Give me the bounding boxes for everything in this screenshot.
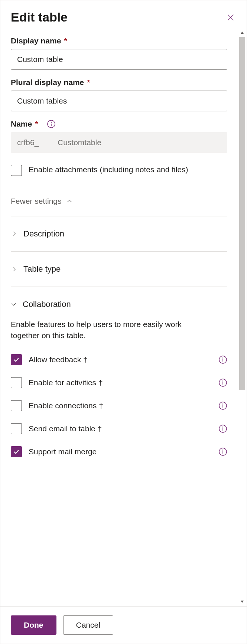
collaboration-description: Enable features to help users to more ea… bbox=[11, 319, 185, 341]
info-icon[interactable] bbox=[218, 378, 227, 387]
collaboration-item-label: Allow feedback † bbox=[29, 355, 206, 364]
svg-point-9 bbox=[223, 427, 223, 427]
collaboration-list: Allow feedback †Enable for activities †E… bbox=[11, 348, 227, 463]
chevron-right-icon bbox=[12, 266, 17, 272]
check-icon bbox=[13, 356, 20, 363]
panel-footer: Done Cancel bbox=[0, 606, 247, 644]
required-asterisk: * bbox=[64, 36, 67, 45]
done-button[interactable]: Done bbox=[11, 615, 56, 635]
info-icon[interactable] bbox=[218, 355, 227, 364]
collaboration-item-label: Enable connections † bbox=[29, 401, 206, 410]
display-name-label: Display name * bbox=[11, 36, 227, 45]
scroll-thumb[interactable] bbox=[239, 37, 245, 390]
cancel-button[interactable]: Cancel bbox=[63, 615, 113, 635]
scroll-track[interactable] bbox=[238, 37, 247, 597]
check-icon bbox=[13, 448, 20, 455]
chevron-right-icon bbox=[12, 231, 17, 237]
collaboration-item-label: Enable for activities † bbox=[29, 378, 206, 387]
collaboration-item-label: Send email to table † bbox=[29, 424, 206, 433]
info-icon[interactable] bbox=[218, 447, 227, 456]
close-icon bbox=[227, 13, 235, 22]
collaboration-checkbox[interactable] bbox=[11, 423, 22, 434]
accordion-description[interactable]: Description bbox=[11, 216, 227, 252]
name-prefix-input bbox=[11, 132, 52, 153]
close-button[interactable] bbox=[225, 12, 236, 23]
collaboration-item: Support mail merge bbox=[11, 440, 227, 463]
edit-table-panel: Edit table Display name * Plural display… bbox=[0, 0, 247, 644]
collaboration-item: Allow feedback † bbox=[11, 348, 227, 371]
svg-point-7 bbox=[223, 404, 223, 404]
scroll-down-arrow[interactable] bbox=[238, 597, 247, 606]
name-value-input bbox=[52, 132, 227, 153]
collaboration-checkbox[interactable] bbox=[11, 377, 22, 388]
chevron-up-icon bbox=[66, 198, 73, 205]
svg-point-3 bbox=[223, 358, 223, 358]
svg-point-1 bbox=[51, 122, 52, 122]
accordion-table-type[interactable]: Table type bbox=[11, 252, 227, 287]
collaboration-item: Enable for activities † bbox=[11, 371, 227, 394]
scrollbar[interactable] bbox=[238, 28, 247, 606]
attachments-label: Enable attachments (including notes and … bbox=[29, 164, 227, 175]
attachments-checkbox[interactable] bbox=[11, 165, 22, 176]
info-icon[interactable] bbox=[47, 120, 56, 128]
scroll-up-arrow[interactable] bbox=[238, 28, 247, 37]
fewer-settings-toggle[interactable]: Fewer settings bbox=[11, 197, 227, 206]
display-name-input[interactable] bbox=[11, 49, 227, 70]
collaboration-section: Collaboration Enable features to help us… bbox=[11, 287, 227, 463]
name-label: Name * bbox=[11, 120, 227, 128]
collaboration-checkbox[interactable] bbox=[11, 354, 22, 365]
display-name-field: Display name * bbox=[11, 36, 227, 70]
plural-name-label: Plural display name * bbox=[11, 78, 227, 87]
attachments-checkbox-row: Enable attachments (including notes and … bbox=[11, 164, 227, 176]
panel-title: Edit table bbox=[11, 10, 68, 24]
plural-name-input[interactable] bbox=[11, 91, 227, 111]
collaboration-item: Send email to table † bbox=[11, 417, 227, 440]
collaboration-header[interactable]: Collaboration bbox=[11, 300, 227, 309]
info-icon[interactable] bbox=[218, 401, 227, 410]
name-field: Name * bbox=[11, 120, 227, 153]
form-content: Display name * Plural display name * Nam… bbox=[0, 28, 238, 606]
required-asterisk: * bbox=[87, 78, 90, 87]
collaboration-checkbox[interactable] bbox=[11, 446, 22, 457]
info-icon[interactable] bbox=[218, 424, 227, 433]
required-asterisk: * bbox=[35, 120, 38, 128]
collaboration-item-label: Support mail merge bbox=[29, 447, 206, 456]
chevron-down-icon bbox=[11, 301, 17, 307]
panel-header: Edit table bbox=[0, 0, 247, 28]
collaboration-checkbox[interactable] bbox=[11, 400, 22, 411]
collaboration-item: Enable connections † bbox=[11, 394, 227, 417]
svg-point-11 bbox=[223, 450, 223, 450]
plural-name-field: Plural display name * bbox=[11, 78, 227, 111]
svg-point-5 bbox=[223, 381, 223, 381]
scroll-area: Display name * Plural display name * Nam… bbox=[0, 28, 247, 606]
